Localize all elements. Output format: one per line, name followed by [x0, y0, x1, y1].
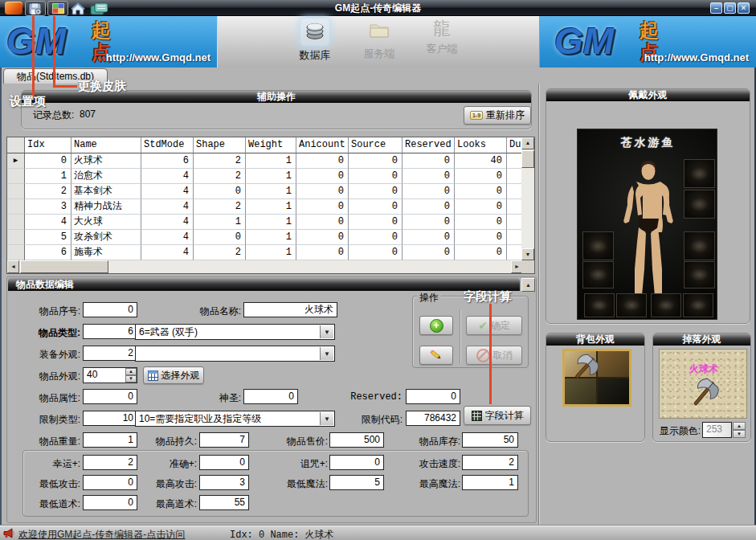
cell[interactable]: 0	[296, 153, 349, 169]
cell[interactable]: 0	[296, 230, 349, 245]
acc-input[interactable]: 0	[199, 455, 249, 470]
cell[interactable]: 4	[25, 215, 72, 230]
maxmag-input[interactable]: 1	[462, 475, 518, 490]
cell[interactable]: 0	[403, 184, 455, 199]
choose-look-button[interactable]: 选择外观	[143, 366, 204, 384]
cards-toolbar-button[interactable]	[88, 1, 111, 16]
scroll-up-button[interactable]: ▲	[521, 137, 534, 149]
chevron-down-icon[interactable]: ▼	[320, 412, 333, 425]
cell[interactable]	[507, 199, 523, 215]
resort-button[interactable]: 1-9 重新排序	[464, 106, 531, 125]
welcome-link[interactable]: 欢迎使用GM起点-传奇编辑器-点击访问	[18, 528, 185, 540]
col-header-looks[interactable]: Looks	[455, 137, 507, 153]
limit-type-input[interactable]: 10	[83, 411, 137, 426]
cell[interactable]	[507, 153, 523, 169]
cell[interactable]: 0	[349, 169, 403, 184]
cell[interactable]: 0	[349, 230, 403, 245]
cell[interactable]: 1	[246, 230, 296, 245]
scroll-left-button[interactable]: ◄	[7, 260, 19, 273]
cell[interactable]: 5	[25, 230, 72, 245]
cell[interactable]: 攻杀剑术	[72, 230, 141, 245]
item-type-input[interactable]: 6	[83, 324, 137, 339]
reserved-input[interactable]: 0	[406, 389, 460, 404]
app-menu-icon[interactable]	[5, 2, 22, 14]
cell[interactable]: 0	[455, 230, 507, 245]
cell[interactable]: 0	[194, 230, 246, 245]
cell[interactable]: 1	[246, 184, 296, 199]
minimize-button[interactable]: –	[710, 2, 722, 14]
col-header-idx[interactable]: Idx	[25, 137, 72, 153]
col-header-name[interactable]: Name	[72, 137, 141, 153]
equip-look-combo[interactable]: ▼	[135, 346, 335, 362]
table-row[interactable]: 1 治愈术 4 2 1 0 0 0 0	[7, 169, 534, 184]
table-row[interactable]: 5 攻杀剑术 4 0 1 0 0 0 0	[7, 230, 534, 245]
chevron-down-icon[interactable]: ▼	[320, 347, 333, 360]
cell[interactable]	[507, 215, 523, 230]
col-header-anicount[interactable]: Anicount	[296, 137, 349, 153]
color-spin-down-icon[interactable]: ▼	[733, 430, 746, 438]
cell[interactable]: 0	[194, 184, 246, 199]
cell[interactable]: 6	[25, 245, 72, 260]
cell[interactable]: 4	[141, 230, 194, 245]
cell[interactable]: 精神力战法	[72, 199, 141, 215]
display-color-spinner[interactable]: 253	[702, 422, 732, 438]
cell[interactable]: 1	[194, 215, 246, 230]
cell[interactable]: 0	[455, 215, 507, 230]
cell[interactable]: 2	[194, 153, 246, 169]
cell[interactable]: 0	[403, 230, 455, 245]
nav-item-server[interactable]: 服务端	[348, 18, 411, 65]
cell[interactable]: 0	[403, 169, 455, 184]
cell[interactable]: 1	[246, 169, 296, 184]
field-calc-button[interactable]: 字段计算	[464, 406, 531, 425]
cell[interactable]: 2	[194, 245, 246, 260]
cell[interactable]: 1	[246, 199, 296, 215]
item-name-input[interactable]: 火球术	[243, 302, 337, 317]
cell[interactable]: 1	[246, 215, 296, 230]
limit-code-input[interactable]: 786432	[406, 411, 460, 426]
cell[interactable]: 火球术	[72, 153, 141, 169]
cell[interactable]: 4	[141, 169, 194, 184]
cell[interactable]: 2	[194, 199, 246, 215]
cell[interactable]: 0	[25, 153, 72, 169]
cell[interactable]: 0	[455, 184, 507, 199]
change-skin-toolbar-button[interactable]	[47, 1, 68, 16]
limit-type-combo[interactable]: 10=需要指定职业及指定等级 ▼	[135, 411, 335, 427]
table-vscrollbar[interactable]: ▲ ▼	[521, 137, 534, 260]
hscroll-thumb[interactable]	[20, 260, 108, 273]
cell[interactable]: 0	[296, 169, 349, 184]
table-hscrollbar[interactable]: ◄ ►	[7, 260, 523, 273]
cell[interactable]: 0	[455, 245, 507, 260]
cell[interactable]	[507, 184, 523, 199]
maxatk-input[interactable]: 3	[199, 475, 249, 490]
cell[interactable]: 0	[403, 199, 455, 215]
spin-down-icon[interactable]: ▼	[125, 375, 137, 382]
cell[interactable]: 0	[455, 199, 507, 215]
atkspd-input[interactable]: 2	[462, 455, 518, 470]
cell[interactable]: 0	[349, 245, 403, 260]
nav-item-database[interactable]: 数据库	[284, 18, 346, 65]
cell[interactable]: 4	[141, 184, 194, 199]
cell[interactable]: 2	[25, 184, 72, 199]
col-header-weight[interactable]: Weight	[246, 137, 296, 153]
edit-record-button[interactable]	[419, 346, 453, 365]
cell[interactable]: 3	[25, 199, 72, 215]
cell[interactable]: 40	[455, 153, 507, 169]
price-input[interactable]: 500	[329, 432, 384, 448]
stock-input[interactable]: 50	[462, 432, 518, 448]
cell[interactable]: 0	[349, 184, 403, 199]
cell[interactable]: 0	[296, 245, 349, 260]
cell[interactable]: 6	[141, 153, 194, 169]
site-url-right[interactable]: http://www.Gmqd.net	[614, 51, 749, 63]
cell[interactable]: 施毒术	[72, 245, 141, 260]
cell[interactable]: 基本剑术	[72, 184, 141, 199]
item-type-combo[interactable]: 6=武器 (双手) ▼	[135, 324, 335, 340]
scroll-down-button[interactable]: ▼	[521, 248, 534, 260]
equip-look-input[interactable]: 2	[83, 346, 137, 361]
cell[interactable]: 1	[246, 153, 296, 169]
col-header-shape[interactable]: Shape	[194, 137, 246, 153]
cell[interactable]: 0	[296, 199, 349, 215]
cell[interactable]: 2	[194, 169, 246, 184]
holy-input[interactable]: 0	[243, 389, 298, 404]
add-record-button[interactable]: +	[419, 316, 453, 335]
cell[interactable]: 0	[403, 245, 455, 260]
